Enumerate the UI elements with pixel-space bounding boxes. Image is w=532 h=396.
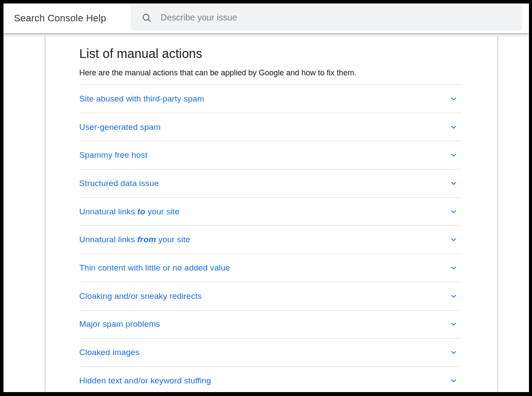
manual-action-text-prefix: Structured data issue xyxy=(79,179,159,188)
manual-action-text-prefix: Cloaking and/or sneaky redirects xyxy=(79,291,202,301)
manual-action-link[interactable]: Unnatural links to your site xyxy=(79,207,179,217)
manual-action-text-suffix: your site xyxy=(156,235,190,244)
manual-action-row[interactable]: Major spam problems xyxy=(79,311,461,339)
manual-action-row[interactable]: Hidden text and/or keyword stuffing xyxy=(79,367,461,392)
manual-action-text-prefix: Thin content with little or no added val… xyxy=(79,263,230,272)
manual-action-row[interactable]: Site abused with third-party spam xyxy=(79,85,461,113)
search-icon xyxy=(141,13,152,23)
search-input[interactable] xyxy=(161,5,522,30)
manual-action-text-prefix: Cloaked images xyxy=(79,348,139,357)
manual-action-row[interactable]: Structured data issue xyxy=(79,169,461,198)
manual-action-link[interactable]: Structured data issue xyxy=(79,179,159,188)
manual-action-link[interactable]: Major spam problems xyxy=(79,319,160,329)
manual-actions-list: Site abused with third-party spam User-g… xyxy=(79,85,461,392)
manual-action-text-emphasis: from xyxy=(137,235,156,244)
content-right-border xyxy=(498,36,498,392)
manual-action-row[interactable]: Cloaked images xyxy=(79,338,461,367)
chevron-down-icon[interactable] xyxy=(449,348,458,357)
manual-action-text-prefix: User-generated spam xyxy=(79,122,161,132)
manual-action-text-prefix: Site abused with third-party spam xyxy=(79,94,204,103)
article: List of manual actions Here are the manu… xyxy=(79,33,461,392)
chevron-down-icon[interactable] xyxy=(449,376,458,385)
manual-action-text-emphasis: to xyxy=(137,207,145,216)
chevron-down-icon[interactable] xyxy=(449,123,458,132)
manual-action-text-suffix: your site xyxy=(145,207,180,216)
page-title: List of manual actions xyxy=(79,46,461,61)
chevron-down-icon[interactable] xyxy=(449,235,458,244)
content-left-border xyxy=(45,36,45,392)
manual-action-link[interactable]: Cloaking and/or sneaky redirects xyxy=(79,291,202,301)
chevron-down-icon[interactable] xyxy=(449,320,458,328)
chevron-down-icon[interactable] xyxy=(449,207,458,216)
chevron-down-icon[interactable] xyxy=(449,179,458,188)
app-title[interactable]: Search Console Help xyxy=(14,3,106,33)
manual-action-row[interactable]: Unnatural links to your site xyxy=(79,198,461,226)
manual-action-link[interactable]: Hidden text and/or keyword stuffing xyxy=(79,376,211,386)
manual-action-row[interactable]: Unnatural links from your site xyxy=(79,226,461,254)
manual-action-text-prefix: Hidden text and/or keyword stuffing xyxy=(79,376,211,385)
search-bar[interactable] xyxy=(131,5,522,30)
manual-action-link[interactable]: Unnatural links from your site xyxy=(79,235,190,244)
help-header: Search Console Help xyxy=(3,3,529,33)
manual-action-text-prefix: Major spam problems xyxy=(79,319,160,328)
chevron-down-icon[interactable] xyxy=(449,264,458,272)
manual-action-link[interactable]: Site abused with third-party spam xyxy=(79,94,204,104)
manual-action-link[interactable]: User-generated spam xyxy=(79,122,161,132)
manual-action-link[interactable]: Spammy free host xyxy=(79,150,148,160)
manual-action-link[interactable]: Thin content with little or no added val… xyxy=(79,263,230,273)
manual-action-text-prefix: Unnatural links xyxy=(79,207,137,216)
chevron-down-icon[interactable] xyxy=(449,292,458,301)
manual-action-text-prefix: Spammy free host xyxy=(79,150,148,159)
intro-text: Here are the manual actions that can be … xyxy=(79,68,461,78)
manual-action-row[interactable]: Spammy free host xyxy=(79,141,461,169)
manual-action-link[interactable]: Cloaked images xyxy=(79,348,139,357)
manual-action-row[interactable]: User-generated spam xyxy=(79,113,461,142)
manual-action-row[interactable]: Thin content with little or no added val… xyxy=(79,254,461,282)
manual-action-text-prefix: Unnatural links xyxy=(79,235,137,244)
browser-viewport: Search Console Help List of manual actio… xyxy=(3,3,529,392)
chevron-down-icon[interactable] xyxy=(449,95,458,103)
manual-action-row[interactable]: Cloaking and/or sneaky redirects xyxy=(79,282,461,311)
chevron-down-icon[interactable] xyxy=(449,151,458,159)
